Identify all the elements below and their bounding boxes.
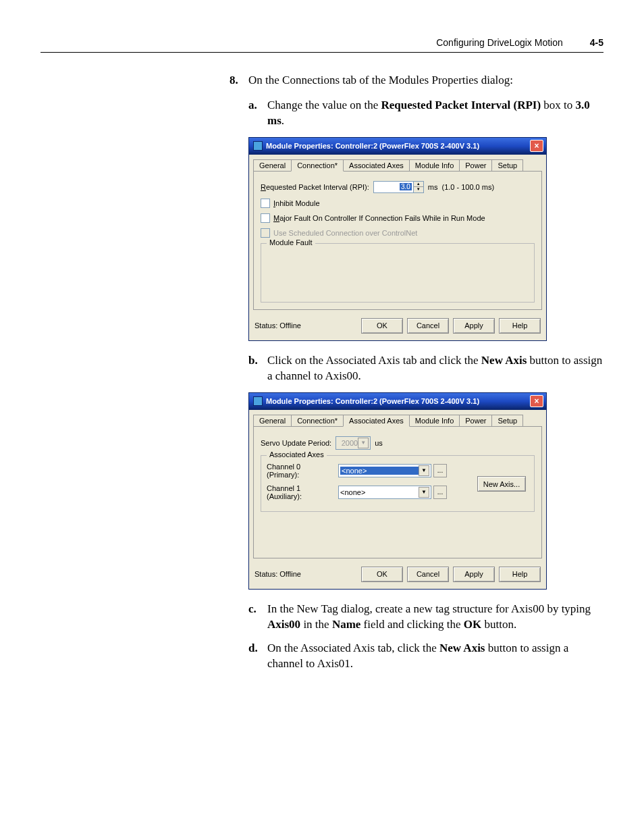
content-column: 8. On the Connections tab of the Modules… [230, 73, 603, 671]
ok-button[interactable]: OK [361, 567, 403, 582]
rpi-row: Requested Packet Interval (RPI): 3.0 ▲▼ … [261, 181, 535, 193]
status-text: Status: Offline [254, 321, 301, 330]
tab-power[interactable]: Power [459, 415, 492, 427]
scheduled-label: Use Scheduled Connection over ControlNet [273, 229, 417, 237]
servo-label: Servo Update Period: [261, 439, 331, 447]
close-icon[interactable]: × [530, 140, 543, 152]
substep-c: c. In the New Tag dialog, create a new t… [248, 602, 603, 633]
module-properties-dialog-connection: Module Properties: Controller:2 (PowerFl… [248, 137, 547, 341]
substep-letter: b. [248, 353, 267, 384]
channel-1-row: Channel 1 (Auxiliary): <none> ▼ ... [267, 484, 475, 500]
dialog-button-row: Status: Offline OK Cancel Apply Help [249, 563, 546, 589]
tab-module-info[interactable]: Module Info [409, 159, 460, 172]
major-fault-label: Major Fault On Controller If Connection … [273, 214, 485, 222]
chevron-down-icon[interactable]: ▼ [419, 465, 429, 476]
servo-unit: us [375, 439, 383, 447]
substep-text: In the New Tag dialog, create a new tag … [267, 602, 603, 633]
tab-row: General Connection* Associated Axes Modu… [249, 155, 546, 171]
dialog-button-row: Status: Offline OK Cancel Apply Help [249, 314, 546, 340]
channel-0-ellipsis-button[interactable]: ... [433, 464, 447, 477]
module-fault-legend: Module Fault [267, 238, 315, 246]
rpi-label: Requested Packet Interval (RPI): [261, 183, 369, 191]
channel-1-label: Channel 1 (Auxiliary): [267, 484, 334, 500]
inhibit-row: Inhibit Module [261, 199, 535, 208]
ok-button[interactable]: OK [361, 318, 403, 334]
document-page: Configuring DriveLogix Motion 4-5 8. On … [0, 0, 644, 834]
tab-row: General Connection* Associated Axes Modu… [249, 410, 546, 426]
dialog-titlebar[interactable]: Module Properties: Controller:2 (PowerFl… [249, 138, 546, 155]
tab-module-info[interactable]: Module Info [409, 415, 460, 427]
channel-0-row: Channel 0 (Primary): <none> ▼ ... [267, 463, 475, 479]
substep-letter: c. [248, 602, 267, 633]
chevron-down-icon: ▼ [358, 438, 369, 448]
header-chapter-title: Configuring DriveLogix Motion [436, 37, 563, 48]
module-properties-dialog-axes: Module Properties: Controller:2 (PowerFl… [248, 392, 547, 590]
channel-0-dropdown[interactable]: <none> ▼ [338, 464, 431, 477]
associated-axes-legend: Associated Axes [267, 450, 327, 459]
substep-letter: a. [248, 98, 267, 129]
tab-panel-associated-axes: Servo Update Period: 2000 ▼ us Associate… [253, 426, 542, 558]
major-fault-row: Major Fault On Controller If Connection … [261, 213, 535, 223]
dialog-titlebar[interactable]: Module Properties: Controller:2 (PowerFl… [249, 393, 546, 410]
tab-connection[interactable]: Connection* [291, 159, 344, 172]
dialog-title: Module Properties: Controller:2 (PowerFl… [266, 142, 530, 150]
app-icon [253, 141, 263, 151]
step-number: 8. [230, 73, 248, 88]
rpi-input[interactable]: 3.0 [373, 181, 414, 193]
cancel-button[interactable]: Cancel [407, 318, 449, 334]
servo-period-dropdown: 2000 ▼ [336, 436, 371, 450]
channel-1-dropdown[interactable]: <none> ▼ [338, 486, 431, 499]
scheduled-row: Use Scheduled Connection over ControlNet [261, 228, 535, 238]
page-header: Configuring DriveLogix Motion 4-5 [41, 37, 603, 53]
tab-panel-connection: Requested Packet Interval (RPI): 3.0 ▲▼ … [253, 171, 542, 310]
major-fault-checkbox[interactable] [261, 213, 270, 223]
rpi-spinner[interactable]: ▲▼ [414, 181, 424, 193]
channel-0-label: Channel 0 (Primary): [267, 463, 334, 479]
cancel-button[interactable]: Cancel [407, 567, 449, 582]
app-icon [253, 396, 263, 406]
substep-letter: d. [248, 641, 267, 672]
inhibit-checkbox[interactable] [261, 199, 270, 208]
chevron-down-icon[interactable]: ▼ [419, 487, 429, 498]
substep-d: d. On the Associated Axis tab, click the… [248, 641, 603, 672]
module-fault-group: Module Fault [261, 243, 535, 303]
channel-1-ellipsis-button[interactable]: ... [433, 486, 447, 499]
substep-text: On the Associated Axis tab, click the Ne… [267, 641, 603, 672]
tab-general[interactable]: General [253, 415, 292, 427]
substep-text: Change the value on the Requested Packet… [267, 98, 603, 129]
tab-associated-axes[interactable]: Associated Axes [343, 159, 410, 172]
substep-text: Click on the Associated Axis tab and cli… [267, 353, 603, 384]
associated-axes-group: Associated Axes Channel 0 (Primary): <no… [261, 455, 535, 512]
help-button[interactable]: Help [499, 567, 541, 582]
header-page-number: 4-5 [590, 37, 603, 48]
tab-connection[interactable]: Connection* [291, 415, 344, 427]
help-button[interactable]: Help [499, 318, 541, 334]
apply-button[interactable]: Apply [453, 567, 495, 582]
inhibit-label: Inhibit Module [273, 199, 320, 207]
step-8: 8. On the Connections tab of the Modules… [230, 73, 603, 88]
tab-associated-axes[interactable]: Associated Axes [343, 415, 410, 427]
rpi-range: (1.0 - 100.0 ms) [441, 183, 494, 191]
scheduled-checkbox [261, 228, 270, 238]
dialog-title: Module Properties: Controller:2 (PowerFl… [266, 397, 530, 405]
status-text: Status: Offline [254, 570, 301, 578]
tab-setup[interactable]: Setup [491, 415, 523, 427]
close-icon[interactable]: × [530, 395, 543, 407]
apply-button[interactable]: Apply [453, 318, 495, 334]
step-text: On the Connections tab of the Modules Pr… [248, 73, 513, 88]
new-axis-button[interactable]: New Axis... [477, 476, 526, 492]
tab-general[interactable]: General [253, 159, 292, 172]
tab-setup[interactable]: Setup [491, 159, 523, 172]
tab-power[interactable]: Power [459, 159, 492, 172]
servo-row: Servo Update Period: 2000 ▼ us [261, 436, 535, 450]
substep-a: a. Change the value on the Requested Pac… [248, 98, 603, 129]
substep-b: b. Click on the Associated Axis tab and … [248, 353, 603, 384]
rpi-unit: ms [428, 183, 438, 191]
